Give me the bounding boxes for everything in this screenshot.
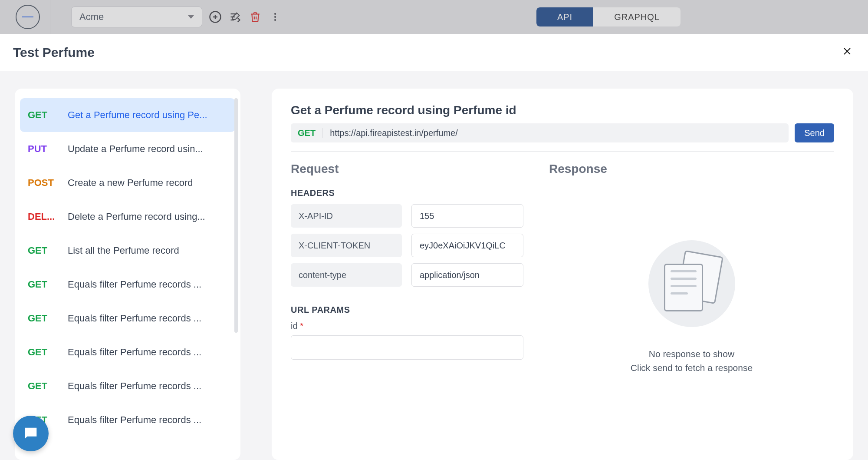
header-value[interactable]: eyJ0eXAiOiJKV1QiLC [411,234,523,257]
url-row: GET https://api.fireapistest.in/perfume/… [291,123,834,142]
endpoint-method: GET [28,109,56,121]
header-value[interactable]: 155 [411,204,523,228]
endpoint-method: GET [28,347,56,358]
endpoint-row[interactable]: PUTUpdate a Perfume record usin... [20,132,235,166]
header-key: content-type [291,263,402,287]
endpoint-label: Create a new Perfume record [68,177,227,189]
header-key: X-CLIENT-TOKEN [291,234,402,257]
endpoint-label: Equals filter Perfume records ... [68,381,227,392]
empty-line-2: Click send to fetch a response [631,361,753,375]
endpoint-method: GET [28,279,56,290]
url-text: https://api.fireapistest.in/perfume/ [323,128,465,138]
header-row: X-CLIENT-TOKENeyJ0eXAiOiJKV1QiLC [291,234,523,257]
endpoint-label: Equals filter Perfume records ... [68,279,227,290]
chat-fab[interactable] [13,416,49,451]
endpoint-title: Get a Perfume record using Perfume id [291,103,834,117]
endpoint-row[interactable]: GETEquals filter Perfume records ... [20,335,235,369]
backdrop-dim [0,0,868,34]
empty-response-text: No response to show Click send to fetch … [631,347,753,374]
close-button[interactable] [839,43,855,62]
endpoints-scrollbar[interactable] [234,98,238,333]
header-value[interactable]: application/json [411,263,523,287]
url-box: GET https://api.fireapistest.in/perfume/ [291,123,789,142]
test-modal: Test Perfume GETGet a Perfume record usi… [0,34,868,460]
request-column: Request HEADERS X-API-ID155X-CLIENT-TOKE… [291,162,534,445]
endpoint-label: Equals filter Perfume records ... [68,414,227,426]
url-params-heading: URL PARAMS [291,305,523,315]
endpoint-method: POST [28,177,56,189]
endpoint-row[interactable]: GETGet a Perfume record using Pe... [20,98,235,132]
endpoint-row[interactable]: GETEquals filter Perfume records ... [20,403,235,437]
header-row: X-API-ID155 [291,204,523,228]
modal-body: GETGet a Perfume record using Pe...PUTUp… [0,71,868,460]
endpoints-panel: GETGet a Perfume record using Pe...PUTUp… [15,89,240,460]
modal-header: Test Perfume [0,34,868,71]
endpoint-row[interactable]: GETEquals filter Perfume records ... [20,268,235,301]
endpoint-label: Equals filter Perfume records ... [68,347,227,358]
endpoint-label: Equals filter Perfume records ... [68,313,227,324]
endpoint-row[interactable]: POSTCreate a new Perfume record [20,166,235,200]
url-params-list: id * [291,321,523,360]
endpoint-method: GET [28,313,56,324]
endpoint-row[interactable]: DEL...Delete a Perfume record using... [20,200,235,234]
header-row: content-typeapplication/json [291,263,523,287]
endpoint-row[interactable]: GETEquals filter Perfume records ... [20,301,235,335]
headers-list: X-API-ID155X-CLIENT-TOKENeyJ0eXAiOiJKV1Q… [291,204,523,287]
header-key: X-API-ID [291,204,402,228]
endpoint-method: GET [28,245,56,256]
endpoint-label: Get a Perfume record using Pe... [68,109,227,121]
divider [291,151,834,152]
param-input[interactable] [291,335,523,360]
endpoint-method: DEL... [28,211,56,222]
endpoint-row[interactable]: GETList all the Perfume record [20,234,235,268]
endpoint-method: GET [28,381,56,392]
request-heading: Request [291,162,523,176]
chat-icon [22,425,39,442]
close-icon [842,46,852,56]
empty-line-1: No response to show [631,347,753,361]
endpoint-method: PUT [28,143,56,155]
param-label: id * [291,321,523,331]
send-button[interactable]: Send [795,123,834,142]
endpoints-list[interactable]: GETGet a Perfume record using Pe...PUTUp… [20,98,235,460]
modal-title: Test Perfume [13,45,95,60]
endpoint-label: Delete a Perfume record using... [68,211,227,222]
endpoint-label: List all the Perfume record [68,245,227,256]
url-method: GET [291,128,323,138]
response-heading: Response [549,162,607,176]
detail-panel: Get a Perfume record using Perfume id GE… [272,89,853,460]
response-column: Response No response to show Click send … [534,162,834,445]
empty-response-illustration [648,240,735,327]
headers-heading: HEADERS [291,188,523,198]
endpoint-label: Update a Perfume record usin... [68,143,227,155]
request-response-row: Request HEADERS X-API-ID155X-CLIENT-TOKE… [291,162,834,445]
endpoint-row[interactable]: GETEquals filter Perfume records ... [20,369,235,403]
